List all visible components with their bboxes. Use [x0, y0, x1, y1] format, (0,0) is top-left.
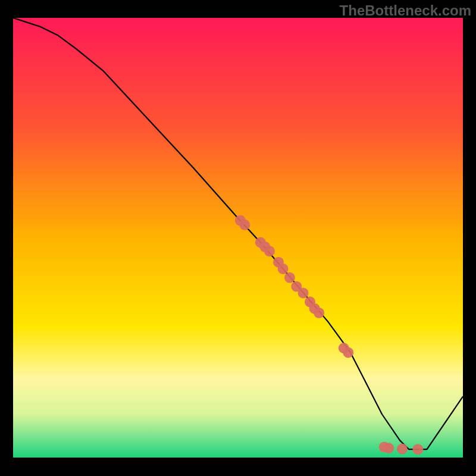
- watermark-text: TheBottleneck.com: [340, 2, 471, 19]
- bottleneck-chart: [0, 0, 476, 476]
- data-point: [264, 246, 275, 256]
- data-point: [383, 443, 394, 453]
- data-point: [278, 264, 289, 274]
- data-point: [239, 220, 250, 230]
- data-point: [343, 347, 353, 358]
- data-point: [412, 444, 423, 455]
- chart-container: TheBottleneck.com: [0, 0, 476, 476]
- data-point: [298, 288, 309, 299]
- data-point: [284, 273, 295, 283]
- plot-background: [13, 18, 463, 458]
- data-point: [397, 444, 408, 455]
- data-point: [314, 308, 324, 318]
